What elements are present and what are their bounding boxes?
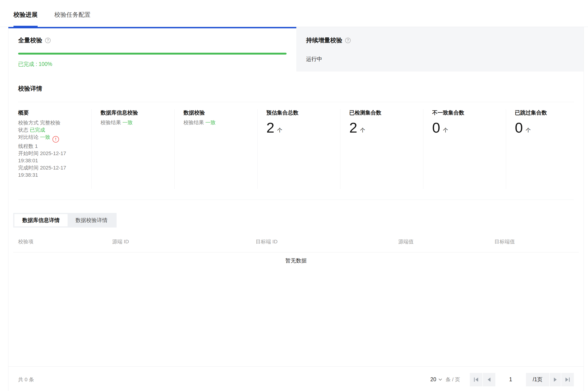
- db-info-check-column: 数据库信息校验 校验结果 一致: [92, 109, 174, 189]
- divider: [18, 102, 574, 102]
- check-detail-grid: 概要 校验方式 完整校验 状态 已完成 对比结论 一致! 线程数 1: [18, 109, 574, 189]
- full-check-title: 全量校验: [18, 36, 42, 44]
- stat-row: 2 个: [266, 120, 336, 135]
- summary-column: 概要 校验方式 完整校验 状态 已完成 对比结论 一致! 线程数 1: [18, 109, 92, 189]
- summary-row: 线程数 1: [18, 143, 87, 150]
- summary-row: 完成时间 2025-12-17 19:38:31: [18, 164, 87, 179]
- pagination-controls: 20 条 / 页 1 /1页: [430, 373, 574, 386]
- tab-data-check-detail[interactable]: 数据校验详情: [68, 214, 115, 226]
- summary-value-status: 已完成: [30, 127, 45, 133]
- check-progress-card: 全量校验 ? 已完成 : 100% 持续增量校验 ? 运行中 校验详情 概要 校…: [8, 27, 584, 391]
- summary-row: 校验方式 完整校验: [18, 119, 87, 126]
- detail-table: 校验项 源端 ID 目标端 ID 源端值 目标端值 暂无数据: [13, 227, 579, 264]
- incremental-status: 运行中: [306, 56, 574, 63]
- stat-value: 2: [349, 120, 357, 135]
- alert-exclamation-icon[interactable]: !: [52, 136, 59, 143]
- last-page-button[interactable]: [561, 373, 574, 386]
- column-header-check-item: 校验项: [13, 238, 107, 245]
- stat-row: 0 个: [515, 120, 569, 135]
- stat-value: 0: [432, 120, 440, 135]
- stat-skipped-column: 已跳过集合数 0 个: [506, 109, 574, 189]
- stat-row: 2 个: [349, 120, 418, 135]
- stat-checked-column: 已检测集合数 2 个: [340, 109, 423, 189]
- summary-value: 1: [35, 143, 38, 149]
- full-check-progress-bar: [18, 53, 287, 55]
- next-page-button[interactable]: [550, 373, 561, 386]
- first-page-icon: [474, 378, 475, 382]
- tab-check-progress[interactable]: 校验进展: [13, 11, 38, 27]
- page-size-select[interactable]: 20: [430, 376, 441, 383]
- first-page-button[interactable]: [470, 373, 482, 386]
- summary-label: 对比结论: [18, 134, 39, 140]
- full-check-title-row: 全量校验 ?: [18, 36, 287, 44]
- column-header-source-id: 源端 ID: [107, 238, 251, 245]
- previous-page-icon: [488, 378, 490, 382]
- stat-row: 0 个: [432, 120, 501, 135]
- tab-db-info-detail[interactable]: 数据库信息详情: [14, 214, 68, 226]
- stat-value: 0: [515, 120, 523, 135]
- stat-unit: 个: [277, 127, 282, 134]
- total-pages-label: /1页: [526, 373, 549, 386]
- stat-title: 已跳过集合数: [515, 109, 569, 116]
- summary-label: 状态: [18, 127, 28, 133]
- incremental-check-panel[interactable]: 持续增量校验 ? 运行中: [296, 27, 584, 72]
- stat-value: 2: [266, 120, 274, 135]
- current-page-input[interactable]: 1: [496, 373, 525, 386]
- last-page-icon: [566, 378, 568, 382]
- check-result-value: 一致: [122, 120, 133, 125]
- page-size-value: 20: [430, 376, 436, 383]
- check-result-label: 校验结果: [100, 120, 121, 125]
- summary-label: 线程数: [18, 143, 33, 149]
- empty-state-text: 暂无数据: [13, 257, 579, 264]
- db-info-check-header: 数据库信息校验: [100, 109, 170, 116]
- progress-panels: 全量校验 ? 已完成 : 100% 持续增量校验 ? 运行中: [8, 27, 584, 72]
- incremental-check-title-row: 持续增量校验 ?: [306, 36, 574, 44]
- summary-label: 校验方式: [18, 120, 39, 126]
- check-result-value: 一致: [205, 120, 215, 125]
- chevron-down-icon: [439, 377, 442, 381]
- pagination: 1 /1页: [470, 373, 574, 386]
- column-header-target-id: 目标端 ID: [251, 238, 393, 245]
- check-detail-title: 校验详情: [18, 85, 574, 93]
- stat-unit: 个: [525, 127, 531, 134]
- table-footer: 共 0 条 20 条 / 页 1 /1页: [8, 366, 584, 391]
- detail-tables-area: 数据库信息详情 数据校验详情 校验项 源端 ID 目标端 ID 源端值 目标端值…: [8, 200, 584, 391]
- summary-label: 完成时间: [18, 165, 39, 171]
- help-icon[interactable]: ?: [345, 38, 351, 43]
- column-header-target-value: 目标端值: [490, 238, 579, 245]
- next-page-icon: [554, 378, 557, 382]
- summary-row: 状态 已完成: [18, 126, 87, 133]
- table-header-row: 校验项 源端 ID 目标端 ID 源端值 目标端值: [13, 238, 579, 252]
- stat-title: 不一致集合数: [432, 109, 501, 116]
- incremental-check-title: 持续增量校验: [306, 36, 342, 44]
- stat-estimated-total-column: 预估集合总数 2 个: [257, 109, 340, 189]
- summary-value-conclusion: 一致: [40, 134, 50, 140]
- help-icon[interactable]: ?: [45, 38, 51, 43]
- stat-unit: 个: [360, 127, 365, 134]
- column-header-source-value: 源端值: [393, 238, 490, 245]
- check-detail-section: 校验详情 概要 校验方式 完整校验 状态 已完成 对比结论 一致! 线程数: [8, 72, 584, 200]
- summary-label: 开始时间: [18, 150, 39, 156]
- data-check-result: 校验结果 一致: [184, 119, 253, 126]
- first-page-icon: [475, 378, 478, 382]
- stat-title: 已检测集合数: [349, 109, 418, 116]
- summary-row: 对比结论 一致!: [18, 133, 87, 143]
- summary-header: 概要: [18, 109, 87, 116]
- summary-row: 开始时间 2025-12-17 19:38:01: [18, 150, 87, 164]
- tab-check-task-config[interactable]: 校验任务配置: [54, 11, 91, 27]
- stat-title: 预估集合总数: [266, 109, 336, 116]
- data-check-column: 数据校验 校验结果 一致: [174, 109, 257, 189]
- previous-page-button[interactable]: [483, 373, 495, 386]
- full-check-panel[interactable]: 全量校验 ? 已完成 : 100%: [8, 27, 296, 72]
- detail-table-tab-group: 数据库信息详情 数据校验详情: [13, 213, 117, 227]
- db-info-check-result: 校验结果 一致: [100, 119, 170, 126]
- progress-label: 已完成 : 100%: [18, 61, 287, 68]
- stat-unit: 个: [443, 127, 448, 134]
- check-result-label: 校验结果: [184, 120, 204, 125]
- last-page-icon: [569, 378, 570, 382]
- summary-value: 完整校验: [40, 120, 60, 126]
- total-count: 共 0 条: [18, 376, 34, 383]
- data-check-header: 数据校验: [184, 109, 253, 116]
- progress-fill: [18, 53, 287, 55]
- stat-inconsistent-column: 不一致集合数 0 个: [423, 109, 506, 189]
